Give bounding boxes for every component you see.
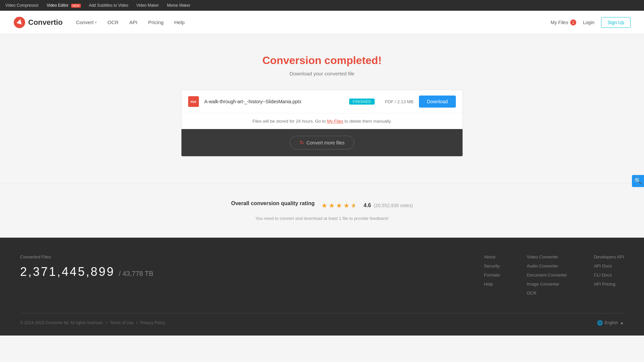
rating-score: 4.6	[364, 202, 371, 208]
main-nav: Convert ▾ OCR API Pricing Help	[76, 19, 551, 25]
file-name: A-walk-through-art-_-history--SlidesMani…	[204, 99, 344, 104]
footer-bottom: © 2014–2023 Convertio ltd. All rights re…	[20, 313, 624, 325]
conversion-title: Conversion completed!	[7, 54, 637, 67]
footer-bottom-links: © 2014–2023 Convertio ltd. All rights re…	[20, 320, 165, 325]
counter-tb: / 43,778 TB	[119, 270, 153, 277]
star-5[interactable]: ★ ★	[351, 201, 357, 209]
counter-section: Converted Files: 2,371,445,899 / 43,778 …	[20, 254, 464, 300]
nav-pricing[interactable]: Pricing	[148, 19, 164, 25]
signup-button[interactable]: Sign Up	[601, 17, 631, 28]
footer-link-api-docs[interactable]: API Docs	[594, 263, 624, 268]
top-bar: Video Compressor Video Editor NEW Add Su…	[0, 0, 644, 11]
topbar-video-maker[interactable]: Video Maker	[137, 3, 159, 8]
login-button[interactable]: Login	[583, 20, 594, 25]
counter-number-row: 2,371,445,899 / 43,778 TB	[20, 265, 464, 279]
file-card: PDF A-walk-through-art-_-history--Slides…	[181, 90, 463, 157]
my-files-label: My Files	[551, 20, 568, 25]
stars[interactable]: ★ ★ ★ ★ ★ ★	[321, 201, 357, 209]
storage-notice: Files will be stored for 24 hours. Go to…	[181, 113, 463, 129]
convert-more-button[interactable]: ↻ Convert more files	[290, 136, 355, 149]
privacy-link[interactable]: Privacy Policy	[140, 320, 165, 325]
nav-help[interactable]: Help	[174, 19, 185, 25]
copyright: © 2014–2023 Convertio ltd. All rights re…	[20, 320, 103, 325]
my-files-link[interactable]: My Files	[327, 119, 343, 124]
nav-ocr[interactable]: OCR	[107, 19, 118, 25]
footer-link-video-converter[interactable]: Video Converter	[527, 254, 567, 259]
main-content: Conversion completed! Download your conv…	[0, 34, 644, 183]
logo-text: Convertio	[28, 18, 63, 27]
star-1[interactable]: ★	[321, 201, 327, 209]
counter-number: 2,371,445,899	[20, 265, 115, 279]
counter-label: Converted Files:	[20, 254, 464, 259]
header-actions: My Files 1 Login Sign Up	[551, 17, 631, 28]
star-2[interactable]: ★	[329, 201, 335, 209]
footer-link-developers-api[interactable]: Developers API	[594, 254, 624, 259]
file-size: PDF / 2.13 MB	[380, 99, 414, 104]
language-selector[interactable]: 🌐 English ▲	[597, 320, 624, 325]
new-badge: NEW	[71, 4, 81, 8]
footer-link-ocr[interactable]: OCR	[527, 291, 567, 296]
footer-link-about[interactable]: About	[484, 254, 500, 259]
nav-convert[interactable]: Convert ▾	[76, 19, 97, 25]
rating-label: Overall conversion quality rating	[231, 200, 315, 206]
my-files-button[interactable]: My Files 1	[551, 19, 576, 25]
rating-section: Overall conversion quality rating ★ ★ ★ …	[0, 183, 644, 238]
footer-col-3: Developers API API Docs CLI Docs API Pri…	[594, 254, 624, 300]
footer-link-image-converter[interactable]: Image Converter	[527, 282, 567, 287]
footer-col-1: About Security Formats Help	[484, 254, 500, 300]
lang-label: English	[605, 320, 618, 325]
footer-links: About Security Formats Help Video Conver…	[484, 254, 624, 300]
my-files-badge: 1	[570, 19, 576, 25]
footer-link-api-pricing[interactable]: API Pricing	[594, 282, 624, 287]
status-badge: FINISHED	[349, 99, 374, 105]
star-4[interactable]: ★	[343, 201, 350, 209]
conversion-subtitle: Download your converted file	[7, 71, 637, 76]
topbar-meme-maker[interactable]: Meme Maker	[167, 3, 191, 8]
topbar-video-compressor[interactable]: Video Compressor	[5, 3, 39, 8]
chat-widget[interactable]: 🔍	[632, 175, 644, 187]
nav-api[interactable]: API	[129, 19, 138, 25]
footer-link-formats[interactable]: Formats	[484, 273, 500, 278]
refresh-icon: ↻	[300, 139, 304, 146]
download-button[interactable]: Download	[419, 96, 456, 108]
logo-icon	[13, 16, 25, 28]
file-row: PDF A-walk-through-art-_-history--Slides…	[181, 90, 463, 113]
rating-feedback: You need to convert and download at leas…	[7, 216, 637, 221]
chevron-down-icon: ▾	[95, 20, 97, 24]
chevron-up-icon: ▲	[620, 320, 624, 325]
star-3[interactable]: ★	[336, 201, 342, 209]
topbar-add-subtitles[interactable]: Add Subtitles to Video	[89, 3, 128, 8]
chat-icon: 🔍	[634, 177, 642, 185]
convert-more-bar: ↻ Convert more files	[181, 129, 463, 156]
footer-top: Converted Files: 2,371,445,899 / 43,778 …	[20, 254, 624, 300]
rating-votes: (20,552,935 votes)	[374, 203, 413, 208]
topbar-video-editor[interactable]: Video Editor NEW	[47, 3, 81, 8]
logo[interactable]: Convertio	[13, 16, 63, 28]
footer-link-cli-docs[interactable]: CLI Docs	[594, 273, 624, 278]
rating-row: Overall conversion quality rating ★ ★ ★ …	[7, 200, 637, 210]
pdf-icon: PDF	[188, 96, 199, 107]
footer-col-2: Video Converter Audio Converter Document…	[527, 254, 567, 300]
terms-link[interactable]: Terms of Use	[110, 320, 134, 325]
header: Convertio Convert ▾ OCR API Pricing Help…	[0, 11, 644, 34]
svg-text:PDF: PDF	[191, 100, 197, 104]
footer-link-document-converter[interactable]: Document Converter	[527, 273, 567, 278]
footer: Converted Files: 2,371,445,899 / 43,778 …	[0, 238, 644, 336]
footer-link-security[interactable]: Security	[484, 263, 500, 268]
footer-link-help[interactable]: Help	[484, 282, 500, 287]
footer-link-audio-converter[interactable]: Audio Converter	[527, 263, 567, 268]
globe-icon: 🌐	[597, 320, 603, 325]
